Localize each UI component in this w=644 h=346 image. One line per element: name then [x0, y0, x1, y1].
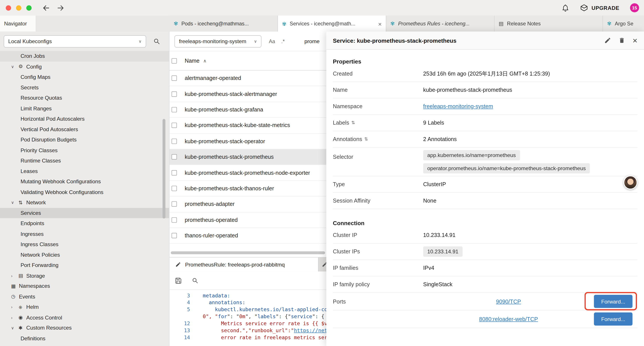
grid-icon: ▦ [11, 283, 19, 289]
sidebar-item-cron-jobs[interactable]: Cron Jobs [0, 51, 169, 61]
sidebar-item-custom-resources[interactable]: ∨✱Custom Resources [0, 323, 169, 333]
delete-trash-icon[interactable] [618, 37, 625, 44]
row-checkbox[interactable] [172, 233, 177, 238]
sidebar-item-events[interactable]: ◷Events [0, 291, 169, 302]
line-number: 13 [170, 327, 195, 334]
sidebar-item-definitions[interactable]: Definitions [0, 333, 169, 344]
user-avatar[interactable] [624, 175, 638, 189]
tab-label: Release Notes [507, 21, 598, 26]
property-label: IP family policy [333, 281, 423, 288]
row-checkbox[interactable] [172, 75, 177, 81]
forward-button[interactable]: Forward... [594, 295, 632, 308]
expand-updown-icon[interactable]: ⇅ [364, 137, 368, 142]
dock-tab-prometheusrule[interactable]: PrometheusRule: freeleaps-prod-rabbitmq [170, 258, 318, 272]
sidebar-item-label: Namespaces [19, 283, 50, 289]
code-token: metadata: [203, 293, 230, 299]
sidebar-search-icon[interactable] [153, 38, 160, 45]
upgrade-label: UPGRADE [592, 5, 620, 11]
sidebar-item-label: Access Control [26, 315, 62, 321]
sidebar-item-network[interactable]: ∨⇅Network [0, 197, 169, 208]
sidebar-item-namespaces[interactable]: ▦Namespaces [0, 281, 169, 292]
property-label: Created [333, 70, 423, 77]
regex-toggle[interactable]: .* [281, 38, 285, 44]
name-column-header[interactable]: Name [185, 58, 200, 64]
forward-arrow-icon[interactable] [56, 4, 64, 12]
tab-services-icecheng-math[interactable]: ✾Services - icecheng@math...× [278, 15, 386, 32]
tab-pods-icecheng-mathmas[interactable]: ✾Pods - icecheng@mathmas... [170, 15, 278, 31]
sidebar-item-limit-ranges[interactable]: Limit Ranges [0, 103, 169, 114]
row-checkbox[interactable] [172, 201, 177, 207]
sidebar-item-resource-quotas[interactable]: Resource Quotas [0, 93, 169, 103]
save-icon[interactable] [175, 277, 182, 284]
sort-ascending-icon[interactable]: ∧ [203, 58, 206, 63]
sidebar-item-ingress-classes[interactable]: Ingress Classes [0, 239, 169, 250]
forward-button-wrap: Forward... [594, 295, 632, 308]
close-drawer-icon[interactable]: × [632, 36, 638, 44]
sidebar-scrollbar[interactable] [163, 119, 166, 219]
tab-argo-se[interactable]: ✾Argo Se [603, 15, 644, 31]
row-checkbox[interactable] [172, 170, 177, 175]
edit-pencil-icon[interactable] [604, 37, 611, 44]
sidebar-item-pod-disruption-budgets[interactable]: Pod Disruption Budgets [0, 134, 169, 145]
property-value: 9090/TCP [423, 298, 594, 304]
row-checkbox[interactable] [172, 91, 177, 97]
row-checkbox[interactable] [172, 217, 177, 223]
service-name: kube-prometheus-stack-operator [185, 138, 265, 144]
sidebar-item-leases[interactable]: Leases [0, 166, 169, 176]
back-arrow-icon[interactable] [42, 4, 50, 12]
tab-release-notes[interactable]: ▤Release Notes [494, 15, 603, 31]
search-input[interactable]: prome [304, 38, 320, 44]
namespace-link[interactable]: freeleaps-monitoring-system [423, 103, 638, 109]
sidebar-item-validating-webhook-configurations[interactable]: Validating Webhook Configurations [0, 187, 169, 197]
sidebar-item-config[interactable]: ∨⚙Config [0, 61, 169, 72]
sidebar-item-mutating-webhook-configurations[interactable]: Mutating Webhook Configurations [0, 176, 169, 187]
sidebar-item-network-policies[interactable]: Network Policies [0, 249, 169, 260]
sidebar-item-port-forwarding[interactable]: Port Forwarding [0, 260, 169, 271]
expand-updown-icon[interactable]: ⇅ [351, 120, 355, 125]
tab-prometheus-rules-icecheng[interactable]: ✾Prometheus Rules - icecheng... [386, 15, 494, 31]
property-label: Session Affinity [333, 198, 423, 204]
sidebar-item-config-maps[interactable]: Config Maps [0, 72, 169, 82]
property-label-text: Cluster IP [333, 232, 357, 238]
sidebar-item-runtime-classes[interactable]: Runtime Classes [0, 155, 169, 166]
property-row-created: Created253d 16h 6m ago (2025年1月13日 GMT+8… [333, 66, 638, 82]
history-nav [42, 4, 64, 12]
notification-count-badge[interactable]: 15 [630, 3, 639, 12]
chevron-down-icon: ∨ [11, 326, 19, 330]
sidebar-item-storage[interactable]: ›▤Storage [0, 271, 169, 281]
sidebar-item-priority-classes[interactable]: Priority Classes [0, 145, 169, 155]
zoom-window-button[interactable] [26, 5, 32, 10]
close-tab-icon[interactable]: × [376, 20, 382, 27]
match-case-toggle[interactable]: Aa [269, 38, 275, 44]
tab-label: Pods - icecheng@mathmas... [181, 21, 273, 26]
row-checkbox[interactable] [172, 138, 177, 144]
sidebar-item-helm[interactable]: ›⎈Helm [0, 302, 169, 312]
sidebar-item-secrets[interactable]: Secrets [0, 82, 169, 93]
sidebar-item-services[interactable]: Services [0, 208, 169, 218]
row-checkbox[interactable] [172, 107, 177, 112]
forward-button[interactable]: Forward... [594, 313, 632, 326]
row-checkbox[interactable] [172, 154, 177, 159]
sidebar-item-horizontal-pod-autoscalers[interactable]: Horizontal Pod Autoscalers [0, 114, 169, 124]
close-window-button[interactable] [6, 5, 11, 10]
port-link-9090-tcp[interactable]: 9090/TCP [496, 298, 521, 304]
table-horizontal-scrollbar[interactable] [171, 251, 325, 254]
upgrade-button[interactable]: UPGRADE [580, 4, 619, 12]
minimize-window-button[interactable] [16, 5, 21, 10]
sidebar-item-access-control[interactable]: ›◉Access Control [0, 312, 169, 323]
sidebar-item-vertical-pod-autoscalers[interactable]: Vertical Pod Autoscalers [0, 124, 169, 134]
row-checkbox[interactable] [172, 186, 177, 191]
notifications-bell-icon[interactable] [562, 4, 570, 12]
editor-search-icon[interactable] [192, 277, 198, 284]
chevron-down-icon: ∨ [11, 200, 19, 205]
sidebar-item-ingresses[interactable]: Ingresses [0, 229, 169, 239]
select-all-checkbox[interactable] [172, 58, 177, 63]
port-link-8080-reloader-web-tcp[interactable]: 8080:reloader-web/TCP [479, 316, 538, 322]
namespace-selector[interactable]: freeleaps-monitoring-system ∨ [174, 35, 262, 47]
kubeconfig-selector[interactable]: Local Kubeconfigs ∨ [4, 35, 146, 47]
sidebar-item-endpoints[interactable]: Endpoints [0, 218, 169, 229]
sidebar-item-label: Endpoints [20, 220, 44, 226]
row-checkbox[interactable] [172, 123, 177, 128]
tab-strip: Navigator ✾Pods - icecheng@mathmas...✾Se… [0, 15, 644, 32]
code-token: Metrics service error rate is {{ $va [221, 321, 330, 326]
